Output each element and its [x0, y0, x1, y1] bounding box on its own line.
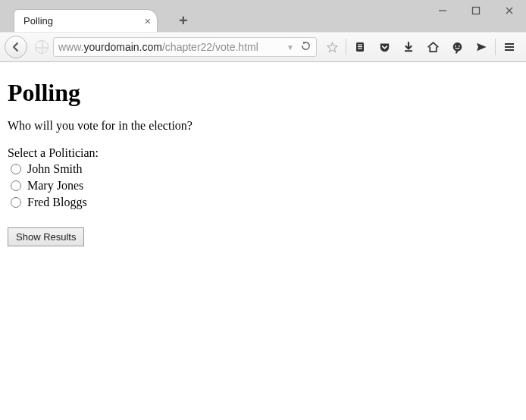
poll-radio[interactable]: [11, 197, 21, 208]
reload-icon[interactable]: [300, 40, 312, 54]
send-icon[interactable]: [469, 36, 493, 58]
page-heading: Polling: [8, 79, 518, 107]
page-content: Polling Who will you vote for in the ele…: [0, 62, 526, 252]
svg-rect-5: [358, 45, 362, 45]
poll-group-label: Select a Politician:: [8, 146, 518, 160]
poll-radio[interactable]: [11, 180, 21, 191]
window-controls: [426, 0, 526, 21]
svg-point-11: [458, 45, 459, 46]
poll-option-label: Mary Jones: [27, 178, 83, 194]
toolbar-separator: [495, 39, 496, 55]
window-maximize-button[interactable]: [459, 0, 493, 21]
window-close-button[interactable]: [493, 0, 526, 21]
new-tab-button[interactable]: +: [179, 13, 188, 28]
show-results-button[interactable]: Show Results: [8, 227, 84, 246]
browser-tab[interactable]: Polling ×: [14, 9, 158, 32]
url-domain: yourdomain.com: [83, 41, 162, 53]
toolbar-icons: [320, 36, 521, 58]
reader-icon[interactable]: [348, 36, 372, 58]
poll-option-label: Fred Bloggs: [27, 195, 87, 211]
history-dropdown-icon[interactable]: ▼: [286, 43, 294, 52]
chat-icon[interactable]: [445, 36, 469, 58]
url-path: /chapter22/vote.html: [162, 41, 258, 53]
poll-radio[interactable]: [11, 164, 21, 174]
tab-title: Polling: [23, 15, 53, 27]
site-identity-icon[interactable]: [35, 40, 49, 54]
poll-option-label: John Smith: [27, 161, 82, 177]
back-button[interactable]: [5, 36, 27, 58]
poll-option[interactable]: Mary Jones: [8, 178, 518, 194]
downloads-icon[interactable]: [396, 36, 421, 58]
poll-question: Who will you vote for in the election?: [8, 119, 518, 133]
pocket-icon[interactable]: [372, 36, 396, 58]
toolbar-separator: [346, 39, 346, 55]
menu-icon[interactable]: [497, 36, 521, 58]
svg-rect-1: [473, 8, 480, 14]
svg-rect-6: [358, 46, 362, 47]
address-bar[interactable]: www.yourdomain.com/chapter22/vote.html ▼: [53, 37, 317, 57]
browser-toolbar: www.yourdomain.com/chapter22/vote.html ▼: [0, 32, 526, 62]
window-titlebar: Polling × +: [0, 0, 526, 32]
window-minimize-button[interactable]: [426, 0, 459, 21]
tab-close-icon[interactable]: ×: [145, 16, 151, 27]
svg-rect-7: [358, 49, 362, 49]
poll-option[interactable]: John Smith: [8, 161, 518, 177]
svg-point-10: [455, 45, 456, 46]
url-prefix: www.: [58, 41, 83, 53]
bookmark-star-icon[interactable]: [320, 36, 344, 58]
home-icon[interactable]: [421, 36, 445, 58]
poll-option[interactable]: Fred Bloggs: [8, 195, 518, 211]
url-text: www.yourdomain.com/chapter22/vote.html: [58, 41, 286, 53]
